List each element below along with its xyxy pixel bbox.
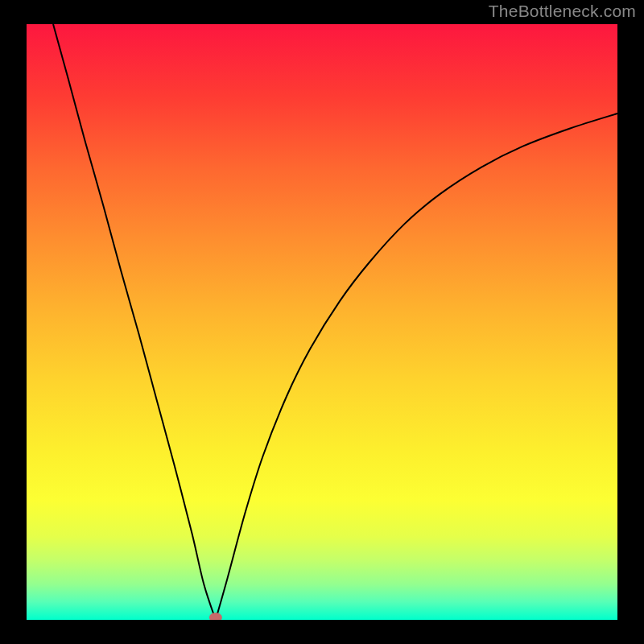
chart-svg: [27, 24, 617, 620]
right-branch-curve: [216, 114, 617, 620]
chart-container: TheBottleneck.com: [0, 0, 644, 644]
minimum-marker: [209, 613, 222, 620]
watermark-text: TheBottleneck.com: [489, 2, 636, 21]
plot-area: [27, 24, 617, 620]
left-branch-curve: [53, 24, 216, 620]
